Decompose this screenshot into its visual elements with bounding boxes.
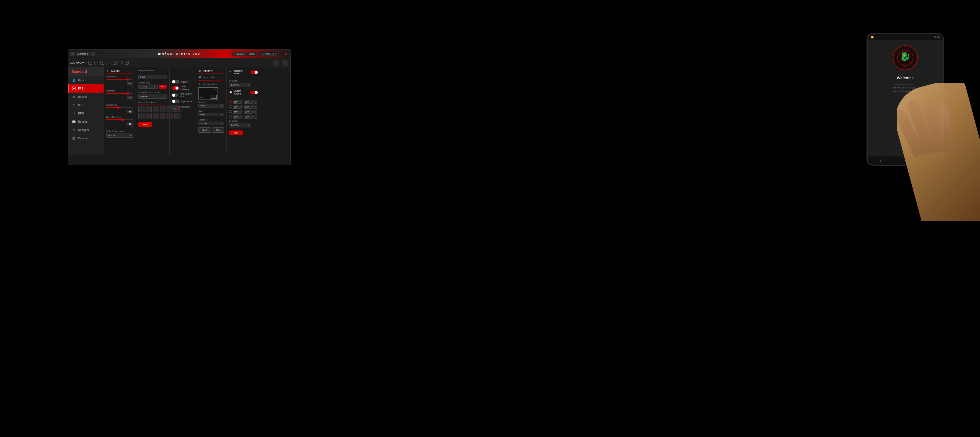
pip-inner-box	[211, 95, 217, 99]
alarm-select-1a[interactable]: 15▼	[233, 100, 242, 104]
sidebar-item-fps[interactable]: ● FPS	[68, 84, 104, 93]
assist-icon-10[interactable]: ⊟	[160, 113, 166, 119]
alarm-select-2b[interactable]: 00▼	[244, 105, 253, 109]
assist-icons-row2: ⊡ ⊕ ⊞ ⊟ ⚙ ⊛	[138, 113, 167, 119]
pip-stop-btn[interactable]: Stop	[212, 127, 224, 133]
hdcr-row: HDCR	[172, 80, 194, 84]
pip-location-dropdown[interactable]: Left Top ▼	[199, 122, 224, 125]
zero-latency-toggle[interactable]	[172, 86, 179, 90]
assist-icon-9[interactable]: ⊞	[153, 113, 159, 119]
alarm-radio-1[interactable]	[229, 100, 232, 103]
assist-icon-1[interactable]: ✦	[138, 106, 145, 112]
alarm-radio-4[interactable]	[229, 115, 232, 118]
add-profile-btn-2[interactable]: +	[100, 61, 104, 65]
alarm-select-4a[interactable]: 60▼	[233, 115, 242, 119]
toggles-red-line	[172, 78, 194, 78]
tab-slash-3: ╲	[121, 61, 123, 64]
image-enhancement-dropdown[interactable]: Medium ▼	[138, 94, 167, 99]
screen-size-set-btn[interactable]: Set	[159, 85, 167, 89]
reset-btn[interactable]: ↺	[282, 60, 288, 66]
add-profile-btn-3[interactable]: +	[113, 61, 116, 65]
dragon-logo: 🐉	[893, 45, 918, 70]
alarm-row-4: 60▼ : 00▼ ✓	[229, 115, 258, 119]
screen-size-dropdown[interactable]: 24 (4:3) ▼	[138, 85, 158, 89]
alarm-checkbox-1[interactable]: ✓	[253, 100, 258, 104]
title-bar-controls: ⚙ Setting 144Hz ✦ MYSTIC LIGHT − ×	[232, 52, 288, 56]
export-btn[interactable]: ↗	[273, 60, 279, 66]
pip-start-btn[interactable]: Start	[199, 127, 211, 133]
refresh-location-dropdown[interactable]: Left Top ▼	[229, 82, 251, 87]
reader-icon: 📖	[72, 120, 76, 124]
assist-icon-8[interactable]: ⊕	[146, 113, 152, 119]
hand-shape	[897, 83, 980, 221]
close-btn[interactable]: ×	[284, 52, 288, 56]
eye-saver-toggle[interactable]	[172, 100, 180, 103]
screen-assist-start-wrap: Start	[138, 121, 167, 127]
alarm-checkbox-4[interactable]: ✓	[253, 115, 258, 119]
next-monitor-btn[interactable]: ›	[91, 52, 95, 56]
assist-icon-2[interactable]: +	[146, 106, 152, 112]
tab-lol-wow[interactable]: LOL +WOW ╲	[70, 61, 86, 64]
mystic-light-btn[interactable]: ✦ MYSTIC LIGHT	[259, 52, 278, 56]
add-profile-btn[interactable]: +	[88, 61, 92, 65]
sidebar-item-cinema[interactable]: 🎬 Cinema	[68, 134, 104, 142]
sidebar-item-rpg[interactable]: ⚔ RPG	[68, 109, 104, 117]
content-area: 🖥 Monitor Brightness 80 0100	[104, 67, 290, 155]
rpg-icon: ⚔	[72, 111, 76, 115]
title-bar-nav: ‹ Monitor-1 ›	[70, 52, 95, 56]
rts-icon: ⊞	[72, 103, 76, 107]
alarm-red-line	[229, 98, 258, 98]
color-temp-dropdown[interactable]: Normal ▼	[106, 133, 134, 138]
alarm-radio-2[interactable]	[229, 105, 232, 108]
contrast-slider[interactable]	[106, 93, 134, 94]
assist-icon-3[interactable]: ✕	[153, 106, 159, 112]
alarm-checkbox-2[interactable]: ✓	[253, 105, 258, 109]
alarm-location-dropdown[interactable]: Left Top ▼	[229, 123, 251, 127]
alarm-radio-3[interactable]	[229, 110, 232, 113]
alarm-colon-1: :	[242, 101, 243, 103]
prev-monitor-btn[interactable]: ‹	[70, 52, 75, 56]
black-eq-slider[interactable]	[106, 119, 134, 120]
hdcr-toggle[interactable]	[172, 80, 180, 84]
alarm-select-3b[interactable]: 00▼	[244, 110, 253, 114]
settings-btn[interactable]: ⚙ Setting	[232, 52, 246, 56]
sharpness-thumb[interactable]	[117, 106, 120, 109]
minimize-btn[interactable]: −	[280, 52, 283, 56]
brightness-thumb[interactable]	[126, 78, 129, 81]
alarm-select-3a[interactable]: 45▼	[233, 110, 242, 114]
alarm-checkbox-3[interactable]: ✓	[253, 110, 258, 114]
response-time-input[interactable]: Fast	[138, 74, 167, 79]
assist-icon-4[interactable]: ◇	[160, 106, 166, 112]
sidebar-item-designer[interactable]: ✏ Designer	[68, 126, 104, 134]
sidebar-item-racing[interactable]: 🏎 Racing	[68, 93, 104, 101]
phone-back-btn[interactable]: ◁	[879, 158, 882, 163]
pip-source-dropdown[interactable]: HDMI 1 ▼	[199, 104, 224, 108]
anti-motion-blur-toggle[interactable]	[172, 93, 178, 97]
freesync-toggle[interactable]: ⟳	[172, 105, 177, 109]
pip-size-dropdown[interactable]: Small ▼	[199, 113, 224, 116]
alarm-select-4b[interactable]: 00▼	[244, 115, 253, 119]
black-eq-thumb[interactable]	[121, 118, 124, 121]
refresh-location-control: Location Left Top ▼	[229, 79, 258, 87]
alarm-select-2a[interactable]: 30▼	[233, 105, 242, 109]
sharpness-slider[interactable]	[106, 107, 134, 108]
screen-size-control: Screen Size 24 (4:3) ▼ Set	[138, 82, 167, 89]
assist-icon-7[interactable]: ⊡	[138, 113, 145, 119]
add-profile-btn-4[interactable]: +	[125, 61, 129, 65]
sidebar-item-rts[interactable]: ⊞ RTS	[68, 101, 104, 109]
screen-assist-start-btn[interactable]: Start	[138, 122, 152, 127]
alarm-toggle[interactable]	[250, 91, 258, 94]
contrast-fill	[106, 93, 128, 94]
pip-location-control: Location Left Top ▼	[199, 119, 224, 125]
anti-motion-blur-row: Anti Motion Blur	[172, 92, 194, 98]
sidebar-item-reader[interactable]: 📖 Reader	[68, 117, 104, 126]
alarm-select-1b[interactable]: 00▼	[244, 100, 253, 104]
contrast-thumb[interactable]	[126, 92, 129, 95]
dragon-svg-icon: 🐉	[897, 49, 913, 66]
black-eq-fill	[106, 119, 123, 120]
sidebar-item-user[interactable]: 👤 User	[68, 76, 104, 84]
refresh-toggle[interactable]	[250, 70, 258, 74]
alarm-start-btn[interactable]: Start	[229, 130, 243, 135]
gaming-osd-title: MSI GAMING OSD	[167, 52, 200, 55]
brightness-slider[interactable]	[106, 79, 134, 79]
